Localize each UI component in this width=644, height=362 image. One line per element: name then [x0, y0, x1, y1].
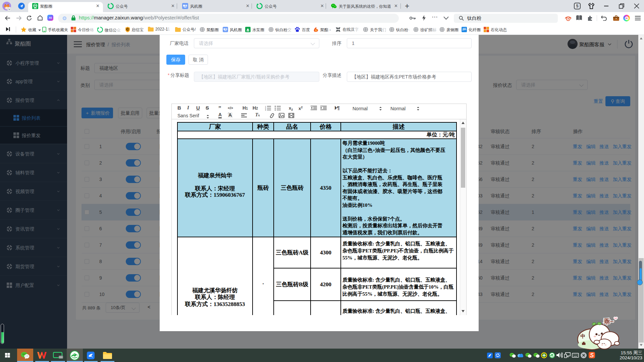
svg-text:3: 3 — [265, 109, 266, 111]
svg-text:化纤: 化纤 — [462, 27, 466, 30]
svg-text:乖~: 乖~ — [603, 318, 614, 325]
svg-text:中: 中 — [581, 333, 586, 339]
